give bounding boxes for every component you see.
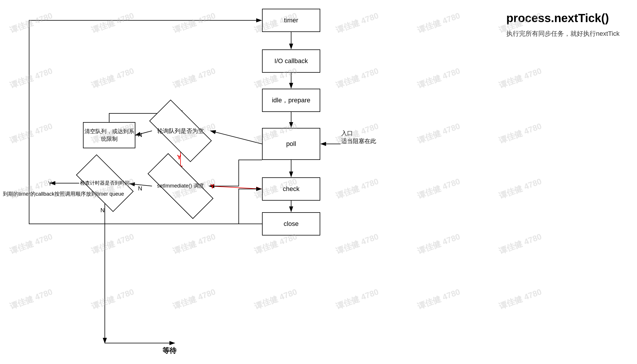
clear-queue-label: 清空队列，或达到系统限制 (84, 128, 135, 143)
close-label: close (284, 220, 298, 228)
watermark: 谭佳健 4780 (334, 65, 380, 91)
watermark: 谭佳健 4780 (416, 65, 462, 91)
watermark: 谭佳健 4780 (8, 231, 54, 257)
svg-line-7 (210, 131, 262, 144)
y-label-1: Y (177, 154, 181, 161)
callback-label: 到期的timer的callback按照调用顺序放到timer queue (3, 190, 124, 197)
watermark: 谭佳健 4780 (497, 286, 543, 312)
watermark: 谭佳健 4780 (90, 231, 136, 257)
watermark: 谭佳健 4780 (171, 10, 217, 36)
info-panel: process.nextTick() 执行完所有同步任务，就好执行nextTic… (506, 12, 620, 38)
watermark: 谭佳健 4780 (334, 176, 380, 201)
wait-label: 等待 (162, 346, 176, 355)
set-immediate-diamond: setImmediate() 调度 (148, 172, 213, 201)
check-timer-label: 检查计时器是否到时间 (80, 180, 130, 186)
watermark: 谭佳健 4780 (171, 231, 217, 257)
timer-label: timer (284, 17, 298, 24)
diagram: 谭佳健 4780谭佳健 4780谭佳健 4780谭佳健 4780谭佳健 4780… (0, 0, 637, 364)
poll-label: poll (286, 140, 296, 148)
watermark: 谭佳健 4780 (171, 65, 217, 91)
watermark: 谭佳健 4780 (416, 121, 462, 146)
watermark: 谭佳健 4780 (334, 10, 380, 36)
watermark: 谭佳健 4780 (8, 121, 54, 146)
watermark: 谭佳健 4780 (90, 10, 136, 36)
idle-prepare-label: idle，prepare (272, 96, 310, 105)
watermark: 谭佳健 4780 (497, 231, 543, 257)
entry-text: 入口 (341, 129, 376, 137)
watermark: 谭佳健 4780 (497, 65, 543, 91)
watermark: 谭佳健 4780 (416, 286, 462, 312)
n-label-1: N (138, 132, 142, 138)
watermark: 谭佳健 4780 (497, 176, 543, 201)
watermark: 谭佳健 4780 (8, 286, 54, 312)
watermark: 谭佳健 4780 (497, 121, 543, 146)
io-callback-box: I/O callback (262, 49, 320, 73)
page-title: process.nextTick() (506, 12, 620, 25)
block-text: 适当阻塞在此 (341, 137, 376, 145)
watermark: 谭佳健 4780 (334, 231, 380, 257)
watermark: 谭佳健 4780 (416, 10, 462, 36)
entry-label: 入口 适当阻塞在此 (341, 129, 376, 145)
watermark: 谭佳健 4780 (90, 65, 136, 91)
check-box: check (262, 177, 320, 201)
watermark: 谭佳健 4780 (416, 176, 462, 201)
svg-line-12 (210, 186, 261, 189)
n-label-2: N (138, 185, 142, 192)
watermark: 谭佳健 4780 (171, 286, 217, 312)
y-label-3: Y (48, 180, 52, 187)
idle-prepare-box: idle，prepare (262, 89, 320, 112)
n-label-3: N (100, 207, 105, 214)
timer-box: timer (262, 9, 320, 32)
poll-box: poll (262, 128, 320, 160)
watermark: 谭佳健 4780 (8, 65, 54, 91)
close-box: close (262, 212, 320, 235)
watermark: 谭佳健 4780 (90, 286, 136, 312)
watermark: 谭佳健 4780 (8, 176, 54, 201)
y-label-2: Y (210, 183, 215, 190)
clear-queue-box: 清空队列，或达到系统限制 (83, 122, 135, 148)
watermark: 谭佳健 4780 (334, 286, 380, 312)
io-callback-label: I/O callback (275, 57, 308, 65)
watermark: 谭佳健 4780 (416, 231, 462, 257)
page-description: 执行完所有同步任务，就好执行nextTick (506, 29, 620, 38)
watermark: 谭佳健 4780 (8, 10, 54, 36)
check-label: check (283, 185, 299, 193)
set-immediate-label: setImmediate() 调度 (157, 183, 204, 189)
watermark: 谭佳健 4780 (253, 286, 299, 312)
poll-empty-label: 轮询队列是否为空 (157, 127, 204, 135)
poll-empty-diamond: 轮询队列是否为空 (151, 116, 210, 146)
